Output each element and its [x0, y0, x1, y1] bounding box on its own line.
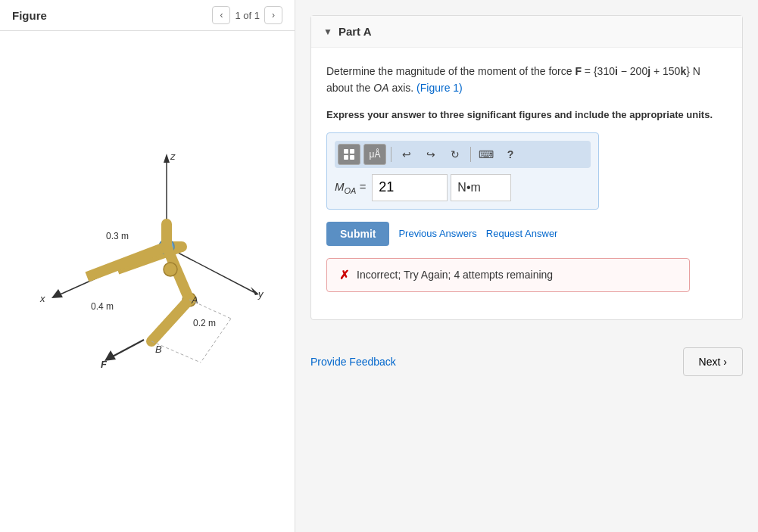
next-label: Next [699, 356, 721, 368]
math-variable-label: MOA = [335, 180, 366, 195]
math-units-display: N•m [451, 174, 511, 201]
svg-line-27 [189, 300, 231, 319]
svg-text:0.4 m: 0.4 m [91, 301, 114, 312]
toolbar-separator [391, 147, 391, 162]
part-title: Part A [338, 25, 372, 38]
part-header: ▼ Part A [311, 16, 742, 48]
figure-counter: 1 of 1 [235, 10, 260, 21]
math-value-input[interactable]: 21 [372, 174, 448, 201]
matrix-button[interactable] [338, 144, 360, 165]
svg-marker-1 [164, 154, 170, 163]
instructions: Express your answer to three significant… [326, 109, 727, 120]
part-body: Determine the magnitude of the moment of… [311, 48, 742, 319]
refresh-button[interactable]: ↻ [445, 144, 466, 165]
submit-button[interactable]: Submit [326, 222, 389, 246]
previous-answers-button[interactable]: Previous Answers [398, 228, 476, 239]
math-toolbar: μÅ ↩ ↪ ↻ ⌨ ? [335, 141, 591, 168]
svg-line-18 [151, 300, 189, 341]
figure-nav: ‹ 1 of 1 › [212, 6, 282, 24]
help-button[interactable]: ? [500, 144, 521, 165]
svg-text:B: B [155, 344, 162, 355]
error-box: ✗ Incorrect; Try Again; 4 attempts remai… [326, 258, 690, 292]
matrix-icon [342, 148, 356, 161]
figure-title: Figure [12, 9, 212, 22]
svg-text:x: x [39, 293, 45, 304]
figure-header: Figure ‹ 1 of 1 › [0, 0, 295, 31]
part-toggle-icon[interactable]: ▼ [323, 26, 332, 37]
error-text: Incorrect; Try Again; 4 attempts remaini… [357, 269, 553, 281]
svg-line-20 [110, 340, 144, 358]
next-arrow-icon: › [723, 356, 727, 368]
figure-image-area: z x y O 0.3 m [0, 31, 295, 470]
units-text: N•m [457, 181, 480, 194]
svg-text:z: z [170, 151, 176, 162]
redo-button[interactable]: ↪ [420, 144, 441, 165]
svg-text:0.3 m: 0.3 m [106, 231, 129, 241]
figure-diagram: z x y O 0.3 m [19, 122, 276, 379]
math-input-row: MOA = 21 N•m [335, 174, 591, 201]
bottom-actions: Provide Feedback Next › [295, 335, 758, 388]
left-panel: Figure ‹ 1 of 1 › z x y O 0.3 m [0, 0, 295, 532]
figure-link[interactable]: (Figure 1) [416, 82, 463, 94]
right-panel: ▼ Part A Determine the magnitude of the … [295, 0, 758, 532]
math-input-container: μÅ ↩ ↪ ↻ ⌨ ? MOA = 21 N•m [326, 132, 599, 210]
svg-rect-31 [350, 149, 354, 154]
error-icon: ✗ [339, 268, 349, 282]
prev-figure-button[interactable]: ‹ [212, 6, 230, 24]
svg-rect-32 [344, 155, 348, 160]
next-figure-button[interactable]: › [264, 6, 282, 24]
part-section: ▼ Part A Determine the magnitude of the … [310, 15, 743, 320]
micro-button[interactable]: μÅ [363, 144, 386, 165]
svg-rect-30 [344, 149, 348, 154]
keyboard-button[interactable]: ⌨ [476, 144, 497, 165]
svg-point-19 [164, 263, 177, 276]
svg-text:A: A [191, 294, 198, 306]
request-answer-button[interactable]: Request Answer [486, 228, 558, 239]
svg-text:y: y [257, 288, 264, 300]
undo-button[interactable]: ↩ [396, 144, 417, 165]
toolbar-separator-2 [470, 147, 471, 162]
action-row: Submit Previous Answers Request Answer [326, 222, 727, 246]
provide-feedback-button[interactable]: Provide Feedback [310, 356, 396, 368]
problem-description: Determine the magnitude of the moment of… [326, 63, 727, 97]
next-button[interactable]: Next › [683, 347, 743, 376]
svg-rect-33 [350, 155, 354, 160]
svg-text:F: F [101, 359, 108, 370]
svg-text:0.2 m: 0.2 m [193, 318, 216, 328]
